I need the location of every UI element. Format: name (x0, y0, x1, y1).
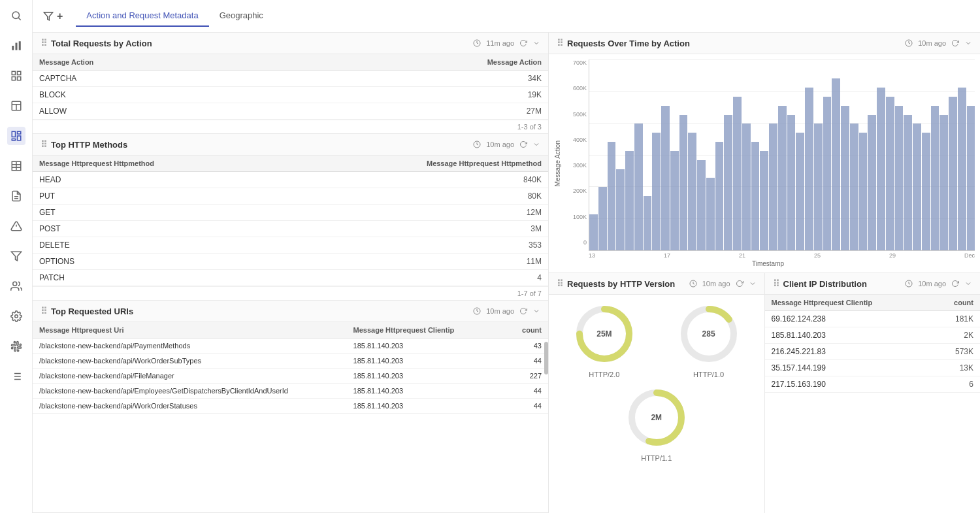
sidebar-grid-icon[interactable] (7, 67, 25, 85)
table-row: PUT80K (33, 188, 548, 205)
sidebar-alert-icon[interactable] (7, 217, 25, 235)
svg-rect-4 (18, 41, 20, 50)
chevron-down-icon6[interactable] (964, 280, 972, 288)
bar (904, 115, 912, 250)
table-row: /blackstone-new-backend/api/WorkOrderSta… (33, 399, 548, 414)
left-panel: ⠿ Total Requests by Action 11m ago Messa… (33, 33, 549, 513)
refresh-icon2[interactable] (519, 141, 527, 148)
svg-point-0 (12, 12, 20, 19)
table-row: 69.162.124.238181K (765, 311, 981, 327)
method-name: HEAD (33, 172, 291, 188)
donut-item: 285 HTTP/1.0 (676, 301, 742, 378)
refresh-icon3[interactable] (519, 307, 527, 315)
http-methods-timestamp: 10m ago (486, 141, 514, 148)
sidebar-filter-icon[interactable] (7, 247, 25, 265)
count-header: count (932, 295, 980, 311)
drag-handle-icon4: ⠿ (557, 38, 563, 48)
sidebar-layout-icon[interactable] (7, 97, 25, 115)
method-value: 12M (291, 205, 549, 221)
bar (796, 133, 804, 250)
ip-count: 6 (932, 376, 980, 393)
refresh-icon5[interactable] (736, 280, 743, 288)
ip-value: 185.81.140.203 (347, 354, 504, 369)
ci-title: Client IP Distribution (783, 279, 867, 289)
y-axis-values: 700K 600K 500K 400K 300K 200K 100K 0 (561, 59, 589, 259)
top-uris-meta: 10m ago (473, 307, 540, 315)
http-version-widget: ⠿ Requests by HTTP Version 10m ago (549, 273, 765, 513)
refresh-icon[interactable] (519, 39, 527, 47)
bar (778, 106, 787, 250)
sidebar-doc-icon[interactable] (7, 187, 25, 205)
bar (616, 169, 625, 250)
bar (670, 151, 679, 250)
action-name: ALLOW (33, 103, 291, 120)
table-row: 185.81.140.2032K (765, 327, 981, 344)
sidebar-settings-icon[interactable] (7, 307, 25, 325)
requests-over-time-header: ⠿ Requests Over Time by Action 10m ago (549, 33, 980, 54)
sidebar-search-icon[interactable] (7, 7, 25, 25)
drag-handle-icon3: ⠿ (41, 306, 47, 316)
ip-header: Message Httprequest Clientip (765, 295, 932, 311)
top-uris-timestamp: 10m ago (486, 307, 514, 315)
bar (931, 106, 939, 250)
uri-col-header: Message Httprequest Uri (33, 322, 347, 339)
add-filter-button[interactable]: + (43, 10, 63, 22)
method-value: 80K (291, 188, 549, 205)
http-methods-widget: ⠿ Top HTTP Methods 10m ago Message Httpr… (33, 134, 548, 301)
refresh-icon4[interactable] (951, 39, 959, 47)
sidebar-table-icon[interactable] (7, 157, 25, 175)
sidebar-chart-icon[interactable] (7, 37, 25, 55)
chevron-down-icon3[interactable] (532, 307, 540, 315)
donuts-grid: 25M HTTP/2.0 285 HTTP/1.0 2M HTTP/1.1 (549, 295, 764, 469)
total-requests-footer: 1-3 of 3 (33, 120, 548, 133)
tab-geographic[interactable]: Geographic (209, 5, 274, 27)
bar (850, 124, 858, 250)
table-row: POST3M (33, 221, 548, 237)
bar (868, 115, 876, 250)
sidebar-users-icon[interactable] (7, 277, 25, 295)
total-requests-meta: 11m ago (473, 39, 540, 47)
bar (949, 97, 957, 250)
chevron-down-icon4[interactable] (964, 39, 972, 47)
ip-name: 216.245.221.83 (765, 344, 932, 360)
chevron-down-icon5[interactable] (749, 280, 757, 288)
bar (939, 115, 948, 250)
chevron-down-icon2[interactable] (532, 141, 540, 148)
ip-value: 185.81.140.203 (347, 369, 504, 384)
bar (967, 106, 975, 250)
clock-icon (473, 39, 481, 47)
ip-name: 69.162.124.238 (765, 311, 932, 327)
donut-item: 2M HTTP/1.1 (624, 385, 689, 462)
chart-legend: Message Action (554, 270, 975, 273)
svg-rect-3 (15, 43, 17, 50)
sidebar-dashboard-icon[interactable] (7, 127, 25, 145)
uri-value: /blackstone-new-backend/api/WorkOrderSta… (33, 399, 347, 414)
method-value: 840K (291, 172, 549, 188)
bar (625, 151, 634, 250)
bar (608, 142, 616, 250)
chevron-down-icon[interactable] (532, 39, 540, 47)
bar (751, 142, 760, 250)
donut-chart: 2M (624, 385, 689, 450)
count-col-header: count (503, 322, 548, 339)
bar (706, 178, 715, 250)
method-name: POST (33, 221, 291, 237)
count-value: 44 (503, 399, 548, 414)
sidebar-list-icon[interactable] (7, 367, 25, 386)
tab-action-metadata[interactable]: Action and Request Metadata (76, 5, 208, 27)
action-name: CAPTCHA (33, 71, 291, 87)
method-value: 3M (291, 221, 549, 237)
donut-chart: 25M (572, 301, 637, 367)
http-methods-footer: 1-7 of 7 (33, 286, 548, 300)
svg-rect-14 (17, 136, 20, 141)
clock-icon2 (473, 141, 481, 148)
bar (697, 160, 706, 250)
table-row: 35.157.144.19913K (765, 360, 981, 376)
refresh-icon6[interactable] (951, 280, 959, 288)
scrollbar-indicator[interactable] (544, 342, 548, 374)
drag-handle-icon6: ⠿ (773, 278, 779, 289)
drag-handle-icon2: ⠿ (41, 139, 47, 150)
sidebar-slack-icon[interactable] (7, 337, 25, 356)
top-uris-title: Top Requested URIs (51, 306, 133, 316)
tab-bar: Action and Request Metadata Geographic (76, 5, 274, 27)
